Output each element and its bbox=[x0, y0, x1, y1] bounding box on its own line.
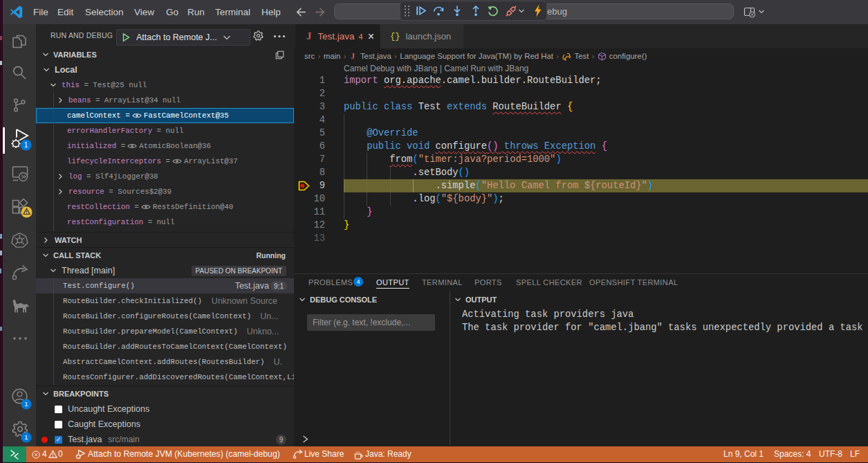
svg-text:1: 1 bbox=[24, 400, 28, 408]
svg-text:4: 4 bbox=[357, 278, 360, 285]
svg-text:1: 1 bbox=[24, 433, 28, 441]
svg-text:1: 1 bbox=[24, 141, 28, 149]
